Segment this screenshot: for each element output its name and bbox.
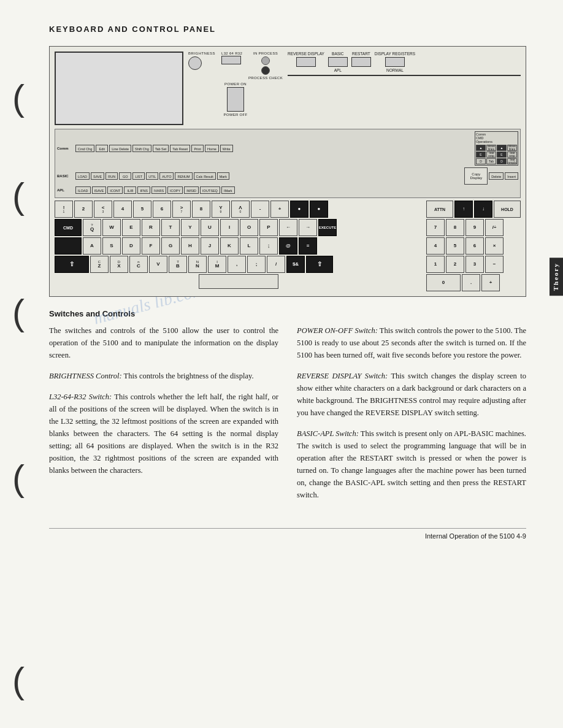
key-k[interactable]: K: [220, 237, 239, 255]
fn-list[interactable]: LIST: [132, 172, 145, 180]
key-comma[interactable]: ,: [228, 256, 246, 273]
comm-key-9[interactable]: D: [476, 158, 486, 164]
key-h[interactable]: H: [181, 237, 199, 255]
key-t[interactable]: T: [161, 219, 180, 236]
key-3[interactable]: 3: [465, 256, 484, 273]
key-attn[interactable]: ATTN: [426, 201, 453, 218]
comm-key-1[interactable]: ▲: [476, 145, 486, 151]
fn-iwsid[interactable]: IWSID: [184, 186, 199, 194]
fn-line-delete[interactable]: Line Delete: [109, 145, 131, 152]
comm-key-10[interactable]: Tab: [486, 158, 496, 164]
fn-renum[interactable]: RENUM: [175, 172, 192, 180]
key-3[interactable]: <3: [94, 201, 112, 218]
display-registers-btn[interactable]: [385, 57, 405, 67]
key-o[interactable]: O: [240, 219, 258, 236]
key-equals-dark[interactable]: =: [299, 237, 317, 255]
fn-insert[interactable]: Insert: [505, 172, 518, 180]
key-shift-left[interactable]: ⇧: [55, 256, 89, 273]
key-z[interactable]: CZ: [90, 256, 109, 273]
fn-imark[interactable]: IMark: [221, 186, 235, 194]
fn-mark[interactable]: Mark: [217, 172, 229, 180]
fn-tab-reset[interactable]: Tab Reset: [170, 145, 190, 152]
reverse-display-btn[interactable]: [296, 57, 316, 67]
key-9-v[interactable]: Y9: [212, 201, 230, 218]
key-4[interactable]: 4: [426, 237, 445, 255]
key-b[interactable]: TB: [169, 256, 187, 273]
fn-shift-chg[interactable]: Shift Chg: [132, 145, 151, 152]
key-d[interactable]: D: [122, 237, 140, 255]
key-r[interactable]: R: [142, 219, 160, 236]
key-8[interactable]: 8: [192, 201, 210, 218]
fn-util[interactable]: UTIL: [146, 172, 158, 180]
fn-ilib[interactable]: ILIB: [124, 186, 136, 194]
key-shift-right[interactable]: ⇧: [306, 256, 333, 273]
key-u[interactable]: U: [201, 219, 219, 236]
key-down[interactable]: ↓: [474, 201, 492, 218]
key-i[interactable]: I: [220, 219, 239, 236]
key-6[interactable]: 6: [465, 237, 484, 255]
comm-key-6[interactable]: Testnmp: [486, 151, 496, 158]
key-tilde[interactable]: !1: [55, 201, 73, 218]
fn-save[interactable]: SAVE: [91, 172, 104, 180]
key-7[interactable]: >7: [172, 201, 191, 218]
key-0[interactable]: Λ0: [231, 201, 250, 218]
basic-btn[interactable]: [328, 57, 348, 67]
key-j[interactable]: J: [201, 237, 219, 255]
restart-btn[interactable]: [351, 57, 371, 67]
fn-run[interactable]: RUN: [105, 172, 118, 180]
l32-btn[interactable]: [221, 56, 241, 64]
key-up[interactable]: ↑: [454, 201, 473, 218]
fn-tab-set[interactable]: Tab Set: [153, 145, 169, 152]
key-leftarrow[interactable]: ←: [279, 219, 297, 236]
key-times[interactable]: ×: [485, 237, 504, 255]
fn-calc-result[interactable]: Calc Result: [194, 172, 216, 180]
fn-auto[interactable]: AUTO: [159, 172, 174, 180]
comm-key-4[interactable]: Movelines: [507, 145, 517, 151]
fn-cmd-chg[interactable]: Cmd Chg: [75, 145, 94, 152]
fn-ifns[interactable]: IFNS: [137, 186, 150, 194]
key-period[interactable]: ;: [247, 256, 266, 273]
key-c[interactable]: nC: [129, 256, 148, 273]
power-btn[interactable]: [227, 87, 244, 112]
key-decimal[interactable]: .: [462, 274, 480, 291]
fn-print[interactable]: Print: [191, 145, 204, 152]
fn-edit[interactable]: Edit: [96, 145, 108, 152]
key-space[interactable]: [199, 274, 278, 289]
key-s[interactable]: S: [102, 237, 121, 255]
key-2[interactable]: 2: [446, 256, 464, 273]
key-hold[interactable]: HOLD: [494, 201, 521, 218]
key-6[interactable]: 6: [153, 201, 171, 218]
key-5[interactable]: 5: [446, 237, 464, 255]
key-w[interactable]: W: [102, 219, 121, 236]
key-divide[interactable]: /÷: [485, 219, 504, 236]
comm-key-3[interactable]: ▲: [497, 145, 507, 151]
brightness-knob[interactable]: [188, 56, 202, 70]
key-a[interactable]: A: [83, 237, 101, 255]
fn-icopy[interactable]: ICOPY: [167, 186, 183, 194]
key-0-wide[interactable]: 0: [426, 274, 461, 291]
key-special1[interactable]: ●: [290, 201, 308, 218]
fn-load[interactable]: LOAD: [75, 172, 90, 180]
key-cmd[interactable]: CMD: [55, 219, 82, 236]
key-x[interactable]: DX: [110, 256, 128, 273]
key-g[interactable]: G: [161, 237, 180, 255]
key-l[interactable]: L: [240, 237, 258, 255]
comm-key-8[interactable]: Testnmp: [507, 151, 517, 158]
key-2[interactable]: 2: [74, 201, 93, 218]
key-plus[interactable]: +: [270, 201, 289, 218]
key-execute[interactable]: EXECUTE: [318, 219, 337, 236]
fn-go[interactable]: GO: [119, 172, 131, 180]
key-v[interactable]: V: [149, 256, 167, 273]
key-n[interactable]: NN: [188, 256, 207, 273]
key-cmd2[interactable]: [55, 237, 82, 255]
comm-key-12[interactable]: Testnmpls: [507, 158, 517, 164]
key-rightarrow[interactable]: →: [299, 219, 317, 236]
key-e[interactable]: E: [122, 219, 140, 236]
key-q[interactable]: ?Q: [83, 219, 101, 236]
key-m[interactable]: IM: [208, 256, 226, 273]
comm-key-2[interactable]: Movelines: [486, 145, 496, 151]
key-9[interactable]: 9: [465, 219, 484, 236]
key-minus[interactable]: -: [251, 201, 269, 218]
fn-isave[interactable]: ISAVE: [92, 186, 107, 194]
fn-iload[interactable]: ILOAD: [75, 186, 91, 194]
